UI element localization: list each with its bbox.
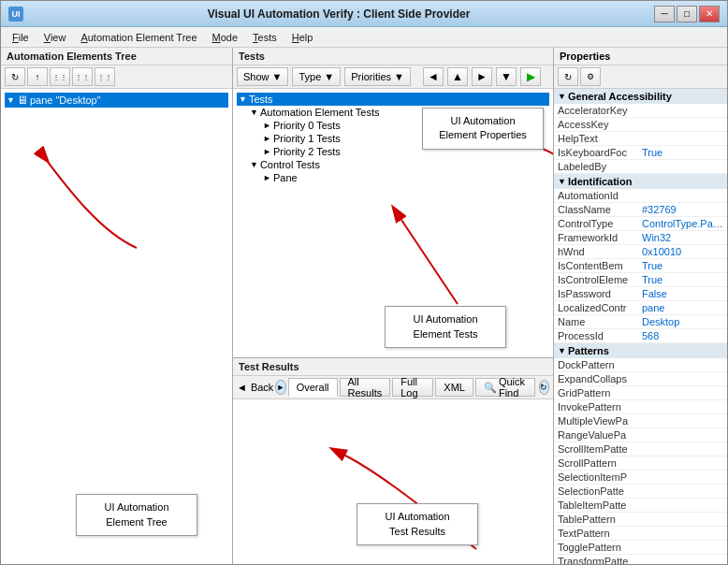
prop-textpattern: TextPattern <box>554 527 727 541</box>
prop-value <box>638 541 727 554</box>
prop-key: LocalizedContr <box>554 301 638 314</box>
prop-iscontrolelement: IsControlEleme True <box>554 273 727 287</box>
element-tree-callout: UI AutomationElement Tree <box>76 494 197 536</box>
test-results-callout-text: UI AutomationTest Results <box>385 511 449 536</box>
tests-root-toggle: ▼ <box>239 94 247 104</box>
tree-option1-button[interactable]: ⋮⋮ <box>50 67 70 86</box>
forward-button[interactable]: ► <box>275 380 285 395</box>
menu-tests[interactable]: Tests <box>245 30 284 45</box>
props-option-button[interactable]: ⚙ <box>580 67 601 86</box>
folder-icon: 🖥 <box>17 94 28 107</box>
tab-all-results[interactable]: All Results <box>340 378 391 397</box>
prop-key: IsPassword <box>554 287 638 300</box>
control-tests-item[interactable]: ▼ Control Tests <box>237 158 549 171</box>
navigate-up-button[interactable]: ↑ <box>27 67 48 86</box>
prop-value <box>638 372 727 385</box>
tests-root-item[interactable]: ▼ Tests <box>237 93 549 106</box>
tree-option3-button[interactable]: ⋮⋮ <box>95 67 115 86</box>
prop-value: Desktop <box>638 315 727 328</box>
ct-label: Control Tests <box>260 159 320 170</box>
close-button[interactable]: ✕ <box>699 6 720 22</box>
menu-view[interactable]: View <box>36 30 74 45</box>
refresh-results-button[interactable]: ↻ <box>539 380 549 395</box>
tree-expand-icon: ▼ <box>7 95 15 105</box>
general-accessibility-header: ▼ General Accessibility <box>554 89 727 104</box>
p0-label: Priority 0 Tests <box>273 120 341 131</box>
prop-value <box>638 485 727 498</box>
section-label: Patterns <box>568 345 609 356</box>
prop-value <box>638 386 727 399</box>
prop-value <box>638 471 727 484</box>
properties-panel: Properties ↻ ⚙ ▼ General Accessibility A… <box>554 48 727 564</box>
type-dropdown[interactable]: Type ▼ <box>292 67 341 86</box>
p2-label: Priority 2 Tests <box>273 146 341 157</box>
section-label: Identification <box>568 176 632 187</box>
refresh-tree-button[interactable]: ↻ <box>5 67 25 86</box>
pane-label: Pane <box>273 172 298 183</box>
prop-key: ScrollPattern <box>554 456 638 470</box>
menu-help[interactable]: Help <box>284 30 321 45</box>
p0-toggle: ► <box>263 121 271 130</box>
prop-controltype: ControlType ControlType.Pane <box>554 217 727 231</box>
collapse-icon: ▼ <box>558 177 566 186</box>
tab-xml[interactable]: XML <box>435 378 473 397</box>
prop-key: SelectionItemP <box>554 471 638 484</box>
pane-item[interactable]: ► Pane <box>237 171 549 184</box>
prop-localizedcontr: LocalizedContr pane <box>554 301 727 315</box>
prop-key: ProcessId <box>554 329 638 342</box>
menu-automation-element-tree[interactable]: Automation Element Tree <box>73 30 204 45</box>
minimize-button[interactable]: ─ <box>654 6 675 22</box>
prop-key: TextPattern <box>554 527 638 540</box>
prop-multipleviewpa: MultipleViewPa <box>554 414 727 428</box>
prop-iskeyboard-focusable: IsKeyboardFoc True <box>554 146 727 160</box>
p1-label: Priority 1 Tests <box>273 133 341 144</box>
prop-key: TogglePattern <box>554 541 638 554</box>
prop-key: TableItemPatte <box>554 499 638 512</box>
automation-elements-tree-header: Automation Elements Tree <box>1 48 232 65</box>
section-label: General Accessibility <box>568 91 672 102</box>
nav-down-button[interactable]: ▼ <box>496 67 517 86</box>
tab-overall[interactable]: Overall <box>288 378 338 397</box>
prop-key: ExpandCollaps <box>554 372 638 385</box>
props-refresh-button[interactable]: ↻ <box>558 67 578 86</box>
prop-key: LabeledBy <box>554 160 638 173</box>
prop-tableitempa: TableItemPatte <box>554 499 727 513</box>
window-title: Visual UI Automation Verify : Client Sid… <box>23 7 654 21</box>
prop-value: True <box>638 146 727 159</box>
prop-key: InvokePattern <box>554 400 638 413</box>
prop-labeled-by: LabeledBy <box>554 160 727 174</box>
tab-quick-find[interactable]: 🔍 Quick Find <box>475 378 535 397</box>
prop-value <box>638 499 727 512</box>
prop-key: SelectionPatte <box>554 485 638 498</box>
prop-key: AcceleratorKey <box>554 104 638 117</box>
prop-key: IsKeyboardFoc <box>554 146 638 159</box>
nav-up-button[interactable]: ▲ <box>447 67 468 86</box>
tree-option2-button[interactable]: ⋮⋮ <box>72 67 93 86</box>
prop-automation-id: AutomationId <box>554 189 727 203</box>
prop-key: ClassName <box>554 203 638 216</box>
back-button[interactable]: ◄ Back <box>237 382 273 393</box>
results-toolbar: ◄ Back ► Overall All Results Full Log XM… <box>233 376 553 399</box>
prop-key: FrameworkId <box>554 231 638 244</box>
tree-root-item[interactable]: ▼ 🖥 pane "Desktop" <box>5 93 228 108</box>
prop-invokepattern: InvokePattern <box>554 400 727 414</box>
prop-processid: ProcessId 568 <box>554 329 727 343</box>
prop-key: hWnd <box>554 245 638 258</box>
prop-value <box>638 527 727 540</box>
show-dropdown[interactable]: Show ▼ <box>237 67 288 86</box>
prop-key: ControlType <box>554 217 638 230</box>
restore-button[interactable]: □ <box>677 6 697 22</box>
tab-full-log[interactable]: Full Log <box>392 378 433 397</box>
priorities-dropdown[interactable]: Priorities ▼ <box>344 67 411 86</box>
menu-mode[interactable]: Mode <box>205 30 246 45</box>
run-button[interactable]: ▶ <box>520 67 541 86</box>
test-results-callout: UI AutomationTest Results <box>357 503 478 545</box>
properties-header: Properties <box>554 48 727 65</box>
prop-iscontentbem: IsContentBem True <box>554 259 727 273</box>
prop-key: HelpText <box>554 132 638 145</box>
prop-value: True <box>638 273 727 286</box>
menu-file[interactable]: File <box>5 30 36 45</box>
nav-next-button[interactable]: ► <box>472 67 492 86</box>
properties-content: ▼ General Accessibility AcceleratorKey A… <box>554 89 727 564</box>
nav-prev-button[interactable]: ◄ <box>423 67 444 86</box>
